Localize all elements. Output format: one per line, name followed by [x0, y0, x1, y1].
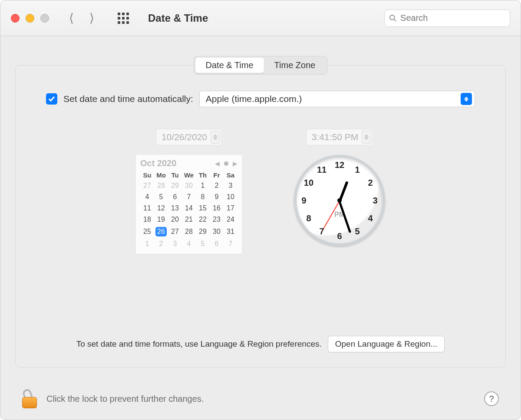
date-field: 10/26/2020	[156, 129, 222, 145]
auto-time-label: Set date and time automatically:	[63, 94, 193, 104]
forward-button: ⟩	[89, 11, 94, 25]
calendar-day: 25	[140, 225, 154, 238]
preferences-window: ⟨ ⟩ Date & Time Date & Time Time Zone Se…	[0, 0, 521, 420]
calendar-day: 21	[182, 214, 196, 225]
calendar-day: 19	[154, 214, 168, 225]
calendar-day: 5	[196, 238, 210, 249]
clock-number: 9	[301, 196, 306, 206]
window-title: Date & Time	[148, 12, 208, 24]
datetime-panel: Set date and time automatically: Apple (…	[15, 65, 506, 368]
calendar-day: 28	[154, 180, 168, 191]
clock-number: 5	[355, 226, 359, 236]
calendar-day: 9	[210, 191, 224, 203]
cal-today-icon	[224, 161, 228, 166]
date-column: 10/26/2020 Oct 2020 ◀ ▶	[136, 129, 242, 254]
calendar-day: 6	[168, 191, 182, 203]
calendar-day: 5	[154, 191, 168, 203]
calendar-day: 1	[196, 180, 210, 191]
svg-point-0	[390, 15, 395, 20]
calendar-day: 4	[182, 238, 196, 249]
calendar-month-label: Oct 2020	[140, 158, 176, 168]
clock-number: 1	[355, 164, 359, 174]
search-input[interactable]	[400, 13, 505, 23]
show-all-icon[interactable]	[118, 13, 129, 24]
clock-pivot	[337, 198, 342, 203]
calendar-weekday: Th	[196, 170, 210, 180]
calendar-weekday: We	[182, 170, 196, 180]
window-controls	[11, 14, 49, 23]
calendar-day: 13	[168, 203, 182, 214]
tab-time-zone[interactable]: Time Zone	[264, 58, 326, 73]
calendar-day: 23	[210, 214, 224, 225]
calendar-weekday: Sa	[224, 170, 237, 180]
content-area: Date & Time Time Zone Set date and time …	[0, 36, 521, 378]
calendar-day: 31	[224, 225, 237, 238]
calendar-day: 26	[154, 225, 168, 238]
calendar-day: 10	[224, 191, 237, 203]
calendar-day: 11	[140, 203, 154, 214]
cal-next-icon: ▶	[233, 160, 237, 167]
calendar-day: 14	[182, 203, 196, 214]
calendar-day: 27	[140, 180, 154, 191]
footer: Click the lock to prevent further change…	[0, 378, 521, 420]
calendar-day: 24	[224, 214, 237, 225]
clock-number: 8	[306, 213, 311, 223]
calendar-day: 29	[196, 225, 210, 238]
calendar-day: 30	[182, 180, 196, 191]
calendar-day: 30	[210, 225, 224, 238]
clock-number: 12	[335, 160, 344, 170]
calendar-day: 2	[154, 238, 168, 249]
calendar-day: 6	[210, 238, 224, 249]
calendar-day: 22	[196, 214, 210, 225]
formats-row: To set date and time formats, use Langua…	[46, 336, 475, 352]
back-button[interactable]: ⟨	[69, 11, 74, 25]
formats-text: To set date and time formats, use Langua…	[76, 339, 322, 349]
date-value: 10/26/2020	[162, 132, 207, 142]
time-server-value: Apple (time.apple.com.)	[206, 94, 302, 104]
time-server-select[interactable]: Apple (time.apple.com.)	[199, 91, 475, 107]
clock-number: 2	[368, 178, 373, 188]
zoom-window-button	[40, 14, 49, 23]
calendar-day: 15	[196, 203, 210, 214]
calendar-day: 12	[154, 203, 168, 214]
calendar-weekday: Fr	[210, 170, 224, 180]
calendar-day: 28	[182, 225, 196, 238]
minimize-window-button[interactable]	[26, 14, 34, 23]
calendar-nav: ◀ ▶	[215, 160, 237, 167]
clock-number: 3	[373, 196, 377, 206]
calendar-day: 27	[168, 225, 182, 238]
analog-clock: PM 121234567891011	[294, 155, 385, 246]
calendar-day: 16	[210, 203, 224, 214]
calendar-weekday: Su	[140, 170, 154, 180]
time-field: 3:41:50 PM	[306, 129, 373, 145]
tab-date-time[interactable]: Date & Time	[195, 58, 264, 73]
calendar: Oct 2020 ◀ ▶ SuMoTuWeThFrSa 272829301234…	[136, 155, 242, 254]
clock-number: 11	[317, 164, 326, 174]
search-icon	[389, 14, 397, 23]
time-stepper	[362, 131, 371, 144]
calendar-day: 1	[140, 238, 154, 249]
date-stepper	[211, 131, 220, 144]
tab-control: Date & Time Time Zone	[194, 56, 328, 75]
calendar-weekday: Mo	[154, 170, 168, 180]
clock-number: 7	[319, 226, 324, 236]
calendar-day: 7	[224, 238, 237, 249]
cal-prev-icon: ◀	[215, 160, 220, 167]
search-field[interactable]	[384, 10, 510, 27]
lock-hint-text: Click the lock to prevent further change…	[46, 394, 204, 404]
nav-arrows: ⟨ ⟩	[69, 11, 94, 25]
calendar-day: 18	[140, 214, 154, 225]
close-window-button[interactable]	[11, 14, 20, 23]
calendar-day: 3	[224, 180, 237, 191]
calendar-day: 2	[210, 180, 224, 191]
calendar-day: 17	[224, 203, 237, 214]
calendar-day: 29	[168, 180, 182, 191]
open-language-region-button[interactable]: Open Language & Region...	[328, 336, 445, 352]
calendar-day: 3	[168, 238, 182, 249]
titlebar: ⟨ ⟩ Date & Time	[0, 0, 521, 36]
lock-icon[interactable]	[22, 389, 37, 408]
calendar-weekday: Tu	[168, 170, 182, 180]
auto-time-checkbox[interactable]	[46, 93, 57, 105]
calendar-day: 7	[182, 191, 196, 203]
help-button[interactable]: ?	[484, 391, 499, 406]
